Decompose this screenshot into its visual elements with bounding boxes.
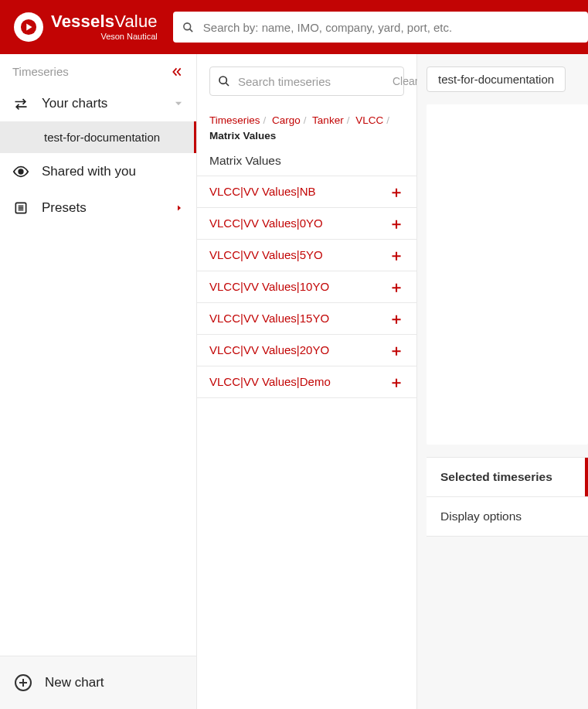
- sidebar-item-shared-with-you[interactable]: Shared with you: [0, 153, 196, 190]
- matrix-row[interactable]: VLCC|VV Values|0YO ＋: [197, 208, 416, 240]
- topbar: VesselsValue Veson Nautical: [0, 0, 588, 54]
- chart-canvas: [427, 104, 588, 445]
- breadcrumb-current: Matrix Values: [209, 130, 276, 141]
- matrix-row[interactable]: VLCC|VV Values|15YO ＋: [197, 303, 416, 335]
- matrix-row-label: VLCC|VV Values|NB: [209, 185, 316, 198]
- sidebar-title: Timeseries: [12, 65, 69, 78]
- list-icon: [12, 200, 29, 216]
- breadcrumb-link[interactable]: Timeseries: [209, 114, 260, 126]
- clear-search-button[interactable]: Clear: [393, 75, 418, 87]
- matrix-row[interactable]: VLCC|VV Values|Demo ＋: [197, 366, 416, 398]
- new-chart-button[interactable]: New chart: [0, 656, 196, 709]
- sidebar-item-label: Shared with you: [42, 164, 136, 179]
- tab-selected-timeseries[interactable]: Selected timeseries: [427, 458, 588, 497]
- matrix-row[interactable]: VLCC|VV Values|NB ＋: [197, 176, 416, 208]
- search-icon: [182, 22, 194, 33]
- timeseries-search-input[interactable]: [236, 74, 386, 89]
- plus-icon[interactable]: ＋: [389, 279, 404, 295]
- right-tabs: Selected timeseries Display options: [427, 457, 588, 537]
- plus-icon[interactable]: ＋: [389, 343, 404, 358]
- matrix-row-label: VLCC|VV Values|0YO: [209, 216, 323, 230]
- sidebar-item-label: Presets: [42, 200, 87, 216]
- chevron-down-icon: [173, 98, 184, 109]
- sidebar: Timeseries Your charts test-for-document…: [0, 54, 197, 709]
- breadcrumb-link[interactable]: VLCC: [355, 114, 383, 126]
- tab-label: Selected timeseries: [440, 470, 552, 483]
- svg-line-12: [226, 83, 229, 86]
- plus-circle-icon: [14, 673, 32, 692]
- sidebar-item-label: Your charts: [42, 96, 107, 111]
- chevron-right-icon: [175, 203, 184, 213]
- svg-point-1: [184, 22, 191, 29]
- matrix-row[interactable]: VLCC|VV Values|20YO ＋: [197, 335, 416, 366]
- brand-sub: Veson Nautical: [100, 32, 157, 41]
- brand-logo[interactable]: VesselsValue Veson Nautical: [14, 12, 158, 42]
- svg-point-11: [219, 77, 226, 84]
- chart-title-chip[interactable]: test-for-documentation: [427, 66, 566, 92]
- section-title: Matrix Values: [197, 145, 416, 176]
- timeseries-search[interactable]: Clear: [209, 66, 404, 96]
- tab-display-options[interactable]: Display options: [427, 497, 588, 537]
- collapse-sidebar-button[interactable]: [170, 66, 184, 77]
- eye-icon: [12, 163, 29, 180]
- matrix-row[interactable]: VLCC|VV Values|10YO ＋: [197, 271, 416, 303]
- brand-primary: Vessels: [51, 12, 114, 31]
- matrix-row[interactable]: VLCC|VV Values|5YO ＋: [197, 240, 416, 271]
- sidebar-child-chart[interactable]: test-for-documentation: [0, 121, 196, 153]
- matrix-row-label: VLCC|VV Values|15YO: [209, 312, 329, 325]
- plus-icon[interactable]: ＋: [389, 216, 404, 231]
- plus-icon[interactable]: ＋: [389, 311, 404, 326]
- chart-panel: test-for-documentation Selected timeseri…: [417, 54, 588, 709]
- brand-logo-icon: [14, 12, 43, 42]
- svg-line-2: [189, 29, 192, 32]
- global-search[interactable]: [173, 12, 588, 43]
- brand-text: VesselsValue Veson Nautical: [51, 13, 158, 41]
- tab-label: Display options: [440, 510, 522, 523]
- global-search-input[interactable]: [202, 20, 579, 35]
- sidebar-header: Timeseries: [0, 54, 196, 86]
- matrix-row-label: VLCC|VV Values|20YO: [209, 343, 329, 356]
- plus-icon[interactable]: ＋: [389, 247, 404, 263]
- breadcrumb: Timeseries/ Cargo/ Tanker/ VLCC/ Matrix …: [197, 105, 416, 145]
- matrix-row-label: VLCC|VV Values|5YO: [209, 248, 323, 261]
- plus-icon[interactable]: ＋: [389, 374, 404, 390]
- sidebar-child-label: test-for-documentation: [44, 131, 160, 144]
- breadcrumb-link[interactable]: Cargo: [272, 114, 301, 126]
- search-icon: [218, 75, 230, 87]
- svg-point-3: [19, 169, 23, 174]
- breadcrumb-link[interactable]: Tanker: [312, 114, 344, 126]
- swap-icon: [12, 96, 29, 111]
- matrix-row-label: VLCC|VV Values|10YO: [209, 280, 329, 293]
- plus-icon[interactable]: ＋: [389, 184, 404, 199]
- new-chart-label: New chart: [45, 675, 104, 690]
- matrix-row-label: VLCC|VV Values|Demo: [209, 375, 331, 388]
- timeseries-panel: Clear Timeseries/ Cargo/ Tanker/ VLCC/ M…: [197, 54, 417, 709]
- sidebar-item-presets[interactable]: Presets: [0, 190, 196, 226]
- sidebar-item-your-charts[interactable]: Your charts: [0, 86, 196, 121]
- matrix-list: VLCC|VV Values|NB ＋ VLCC|VV Values|0YO ＋…: [197, 176, 416, 398]
- brand-secondary: Value: [114, 12, 158, 31]
